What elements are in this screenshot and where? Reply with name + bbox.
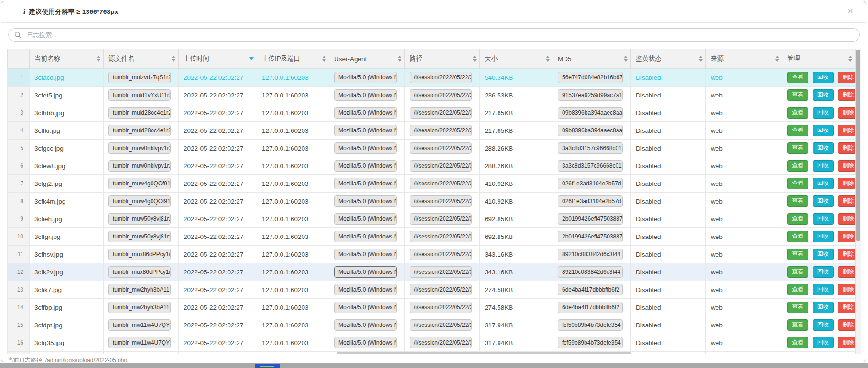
user-agent-input[interactable]: Mozilla/5.0 (Windows N [334, 178, 397, 189]
table-row[interactable]: 3 3cfhbb.jpg tumblr_muld28oc4e1r2 2022-0… [8, 104, 856, 122]
delete-button[interactable]: 删除 [838, 302, 856, 313]
recycle-button[interactable]: 回收 [813, 249, 834, 260]
column-header[interactable]: 管理 [782, 49, 856, 69]
user-agent-input[interactable]: Mozilla/5.0 (Windows N [334, 231, 397, 242]
table-row[interactable]: 2 3cfet5.jpg tumblr_muld1vYxU11r2 2022-0… [8, 87, 856, 104]
table-row[interactable]: 14 3cffbp.jpg tumblr_mw2hyh3bA11r 2022-0… [8, 299, 856, 316]
source-filename-input[interactable]: tumblr_muw4g0QOf91r [108, 195, 171, 207]
path-input[interactable]: /i/session/2022/05/22/3 [410, 319, 472, 331]
sort-icon[interactable] [546, 56, 550, 62]
md5-input[interactable]: 2b0199426eff47503887 [558, 231, 623, 242]
delete-button[interactable]: 删除 [838, 337, 856, 348]
view-button[interactable]: 查看 [787, 213, 808, 224]
sort-icon[interactable] [699, 56, 703, 62]
view-button[interactable]: 查看 [787, 160, 808, 171]
path-input[interactable]: /i/session/2022/05/22/3 [410, 231, 472, 242]
horizontal-scrollbar-thumb[interactable] [337, 352, 631, 354]
column-header[interactable]: 当前名称 [30, 49, 104, 69]
path-input[interactable]: /i/session/2022/05/22/3 [410, 337, 472, 348]
column-header[interactable]: 上传时间 [179, 49, 257, 69]
source-filename-input[interactable]: tumblr_muld28oc4e1r2 [108, 125, 171, 136]
table-row[interactable]: 5 3cfgcc.jpg tumblr_muw0nblvpv1r2 2022-0… [8, 140, 856, 157]
column-header[interactable]: 路径 [405, 49, 480, 69]
column-header[interactable]: 上传IP及端口 [257, 49, 329, 69]
view-button[interactable]: 查看 [787, 266, 808, 277]
vertical-scrollbar[interactable] [855, 49, 861, 354]
recycle-button[interactable]: 回收 [813, 337, 834, 348]
table-row[interactable]: 1 3cfacd.jpg tumblr_muizvdz7qS1r2 2022-0… [8, 69, 856, 87]
close-icon[interactable]: × [847, 6, 853, 16]
source-filename-input[interactable]: tumblr_muw50y8vj81r2 [108, 213, 171, 225]
view-button[interactable]: 查看 [787, 231, 808, 242]
sort-icon[interactable] [624, 56, 628, 62]
path-input[interactable]: /i/session/2022/05/22/3 [410, 266, 472, 278]
md5-input[interactable]: fcf59b89b4b73defe354 [558, 319, 623, 331]
table-row[interactable]: 7 3cfgj2.jpg tumblr_muw4g0QOf91r 2022-05… [8, 175, 856, 193]
source-filename-input[interactable]: tumblr_mw2hyh3bA11r [108, 302, 171, 313]
path-input[interactable]: /i/session/2022/05/22/3 [410, 284, 472, 295]
column-header[interactable]: 鉴黄状态 [631, 49, 706, 69]
sort-icon[interactable] [172, 56, 175, 62]
user-agent-input[interactable]: Mozilla/5.0 (Windows N [334, 319, 397, 331]
delete-button[interactable]: 删除 [838, 72, 856, 83]
delete-button[interactable]: 删除 [838, 249, 856, 260]
column-header[interactable]: 大小 [480, 49, 553, 69]
sort-icon[interactable] [249, 57, 254, 60]
recycle-button[interactable]: 回收 [813, 231, 834, 242]
user-agent-input[interactable]: Mozilla/5.0 (Windows N [334, 213, 397, 225]
view-button[interactable]: 查看 [787, 72, 808, 83]
user-agent-input[interactable]: Mozilla/5.0 (Windows N [334, 72, 397, 83]
md5-input[interactable]: 89210c083842d6c3f44 [558, 249, 623, 260]
md5-input[interactable]: 89210c083842d6c3f44 [558, 266, 623, 278]
recycle-button[interactable]: 回收 [813, 142, 834, 153]
sort-icon[interactable] [322, 56, 326, 62]
path-input[interactable]: /i/session/2022/05/22/3 [410, 249, 472, 260]
recycle-button[interactable]: 回收 [813, 125, 834, 136]
delete-button[interactable]: 删除 [838, 266, 856, 277]
delete-button[interactable]: 删除 [838, 125, 856, 136]
view-button[interactable]: 查看 [787, 319, 808, 330]
source-filename-input[interactable]: tumblr_muw4g0QOf91r [108, 178, 171, 189]
table-row[interactable]: 11 3cfhsv.jpg tumblr_mux86dPPcy1r2 2022-… [8, 246, 856, 263]
source-filename-input[interactable]: tumblr_muld1vYxU11r2 [108, 89, 171, 101]
view-button[interactable]: 查看 [787, 284, 808, 295]
path-input[interactable]: /i/session/2022/05/22/3 [410, 195, 472, 207]
table-row[interactable]: 15 3cfdpt.jpg tumblr_mw11w4U7QY1 2022-05… [8, 316, 856, 334]
table-row[interactable]: 4 3cffkr.jpg tumblr_muld28oc4e1r2 2022-0… [8, 122, 856, 140]
recycle-button[interactable]: 回收 [813, 107, 834, 118]
md5-input[interactable]: 026f1e3ad3104e2b57d [558, 195, 623, 207]
md5-input[interactable]: 2b0199426eff47503887 [558, 213, 623, 225]
path-input[interactable]: /i/session/2022/05/22/3 [410, 213, 472, 225]
md5-input[interactable]: fcf59b89b4b73defe354 [558, 337, 623, 348]
table-row[interactable]: 10 3cffgr.jpg tumblr_muw50y8vj81r2 2022-… [8, 228, 856, 246]
path-input[interactable]: /i/session/2022/05/22/3 [410, 178, 472, 189]
vertical-scrollbar-thumb[interactable] [856, 50, 860, 241]
path-input[interactable]: /i/session/2022/05/22/3 [410, 107, 472, 119]
column-header[interactable]: 来源 [706, 49, 782, 69]
view-button[interactable]: 查看 [787, 89, 808, 100]
source-filename-input[interactable]: tumblr_muw0nblvpv1r2 [108, 142, 171, 154]
user-agent-input[interactable]: Mozilla/5.0 (Windows N [334, 107, 397, 119]
user-agent-input[interactable]: Mozilla/5.0 (Windows N [334, 249, 397, 260]
md5-input[interactable]: 026f1e3ad3104e2b57d [558, 178, 623, 189]
source-filename-input[interactable]: tumblr_mw11w4U7QY1 [108, 319, 171, 331]
md5-input[interactable]: 09b8396ba394aaec8aa [558, 107, 623, 119]
view-button[interactable]: 查看 [787, 195, 808, 206]
delete-button[interactable]: 删除 [838, 231, 856, 242]
source-filename-input[interactable]: tumblr_muw50y8vj81r2 [108, 231, 171, 242]
sort-icon[interactable] [398, 56, 401, 62]
md5-input[interactable]: 6de4ba4f17dbbbffb6f2 [558, 302, 623, 313]
view-button[interactable]: 查看 [787, 107, 808, 118]
table-row[interactable]: 8 3cfk4m.jpg tumblr_muw4g0QOf91r 2022-05… [8, 193, 856, 210]
md5-input[interactable]: 56e747d084e82b16b67 [558, 72, 623, 83]
user-agent-input[interactable]: Mozilla/5.0 (Windows N [334, 89, 397, 101]
delete-button[interactable]: 删除 [838, 195, 856, 206]
recycle-button[interactable]: 回收 [813, 302, 834, 313]
path-input[interactable]: /i/session/2022/05/22/3 [410, 89, 472, 101]
user-agent-input[interactable]: Mozilla/5.0 (Windows N [334, 142, 397, 154]
path-input[interactable]: /i/session/2022/05/22/3 [410, 302, 472, 313]
delete-button[interactable]: 删除 [838, 160, 856, 171]
source-filename-input[interactable]: tumblr_mux86dPPcy1r2 [108, 266, 171, 278]
column-header[interactable]: MD5 [553, 49, 631, 69]
recycle-button[interactable]: 回收 [813, 72, 834, 83]
